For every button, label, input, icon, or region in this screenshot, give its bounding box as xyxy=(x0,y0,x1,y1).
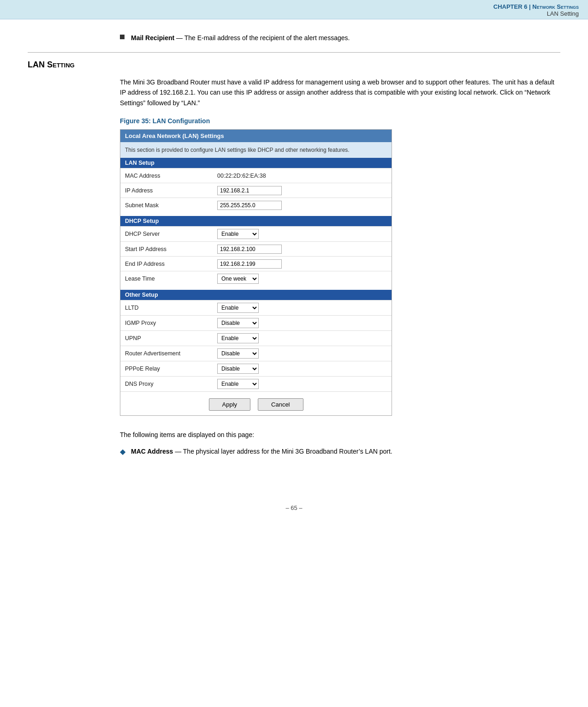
mac-address-bullet-body: The physical layer address for the Mini … xyxy=(183,448,392,455)
end-ip-label: End IP Address xyxy=(125,261,217,267)
page-header: CHAPTER 6 | Network Settings LAN Setting xyxy=(0,0,588,19)
chapter-label: CHAPTER 6 | Network Settings xyxy=(493,3,579,10)
lltd-label: LLTD xyxy=(125,305,217,311)
cancel-button[interactable]: Cancel xyxy=(258,398,303,411)
ip-address-label: IP Address xyxy=(125,187,217,194)
mac-address-bullet-text: MAC Address — The physical layer address… xyxy=(131,447,392,456)
subnet-mask-input[interactable] xyxy=(217,201,282,210)
section-divider xyxy=(28,52,560,53)
body-paragraph: The Mini 3G Broadband Router must have a… xyxy=(28,77,560,108)
lan-setting-heading: LAN Setting xyxy=(28,60,560,70)
pppoe-relay-row: PPPoE Relay Enable Disable xyxy=(120,361,392,376)
router-advertisement-select[interactable]: Enable Disable xyxy=(217,348,259,359)
lan-setup-header: LAN Setup xyxy=(120,158,392,168)
bottom-paragraph: The following items are displayed on thi… xyxy=(28,430,560,440)
header-section: LAN Setting xyxy=(9,10,579,17)
mac-address-label: MAC Address xyxy=(125,173,217,179)
figure-label: Figure 35: LAN Configuration xyxy=(28,117,560,125)
subnet-mask-label: Subnet Mask xyxy=(125,202,217,209)
chapter-topic: Network Settings xyxy=(532,3,579,10)
mac-address-value: 00:22:2D:62:EA:38 xyxy=(217,173,266,179)
lan-settings-header: Local Area Network (LAN) Settings xyxy=(120,130,392,142)
dns-proxy-select[interactable]: Enable Disable xyxy=(217,379,259,389)
start-ip-row: Start IP Address xyxy=(120,241,392,256)
lease-time-label: Lease Time xyxy=(125,276,217,282)
dns-proxy-label: DNS Proxy xyxy=(125,381,217,387)
mac-address-bullet-dash: — xyxy=(175,448,183,455)
dhcp-server-label: DHCP Server xyxy=(125,231,217,237)
lan-config-wrapper: Local Area Network (LAN) Settings This s… xyxy=(28,129,560,416)
mac-address-bullet-item: ◆ MAC Address — The physical layer addre… xyxy=(28,447,560,456)
page-footer: – 65 – xyxy=(0,495,588,521)
mail-recipient-body: The E-mail address of the recipient of t… xyxy=(184,34,350,42)
dhcp-setup-header: DHCP Setup xyxy=(120,216,392,226)
ip-address-input[interactable] xyxy=(217,186,282,195)
dhcp-server-row: DHCP Server Enable Disable xyxy=(120,226,392,241)
apply-button[interactable]: Apply xyxy=(209,398,251,411)
mac-address-bullet-label: MAC Address xyxy=(131,448,173,455)
lan-settings-description: This section is provided to configure LA… xyxy=(120,142,392,158)
mail-recipient-label: Mail Recipient xyxy=(131,34,174,42)
mail-recipient-text: Mail Recipient — The E-mail address of t… xyxy=(131,33,350,43)
router-advertisement-row: Router Advertisement Enable Disable xyxy=(120,346,392,361)
bullet-icon xyxy=(120,35,125,39)
other-setup-header: Other Setup xyxy=(120,290,392,300)
lease-time-select[interactable]: One week One day One hour xyxy=(217,274,259,284)
mail-recipient-dash: — xyxy=(176,34,184,42)
igmp-proxy-row: IGMP Proxy Enable Disable xyxy=(120,315,392,330)
lltd-select[interactable]: Enable Disable xyxy=(217,303,259,313)
router-advertisement-label: Router Advertisement xyxy=(125,350,217,357)
page-number: – 65 – xyxy=(285,504,302,511)
config-buttons-row: Apply Cancel xyxy=(120,391,392,415)
igmp-proxy-select[interactable]: Enable Disable xyxy=(217,318,259,328)
upnp-label: UPNP xyxy=(125,335,217,342)
lan-config-box: Local Area Network (LAN) Settings This s… xyxy=(120,129,392,416)
upnp-select[interactable]: Enable Disable xyxy=(217,333,259,343)
dhcp-server-select[interactable]: Enable Disable xyxy=(217,229,259,239)
igmp-proxy-label: IGMP Proxy xyxy=(125,320,217,326)
lltd-row: LLTD Enable Disable xyxy=(120,300,392,315)
ip-address-row: IP Address xyxy=(120,183,392,198)
lease-time-row: Lease Time One week One day One hour xyxy=(120,271,392,286)
end-ip-row: End IP Address xyxy=(120,256,392,271)
mail-recipient-item: Mail Recipient — The E-mail address of t… xyxy=(28,33,560,43)
chapter-number: CHAPTER 6 xyxy=(493,3,528,10)
main-content: Mail Recipient — The E-mail address of t… xyxy=(0,19,588,477)
end-ip-input[interactable] xyxy=(217,259,282,269)
start-ip-input[interactable] xyxy=(217,245,282,254)
subnet-mask-row: Subnet Mask xyxy=(120,198,392,212)
dns-proxy-row: DNS Proxy Enable Disable xyxy=(120,376,392,391)
diamond-icon: ◆ xyxy=(120,447,125,456)
start-ip-label: Start IP Address xyxy=(125,246,217,252)
pppoe-relay-select[interactable]: Enable Disable xyxy=(217,364,259,374)
upnp-row: UPNP Enable Disable xyxy=(120,330,392,346)
mac-address-row: MAC Address 00:22:2D:62:EA:38 xyxy=(120,168,392,183)
pppoe-relay-label: PPPoE Relay xyxy=(125,365,217,372)
